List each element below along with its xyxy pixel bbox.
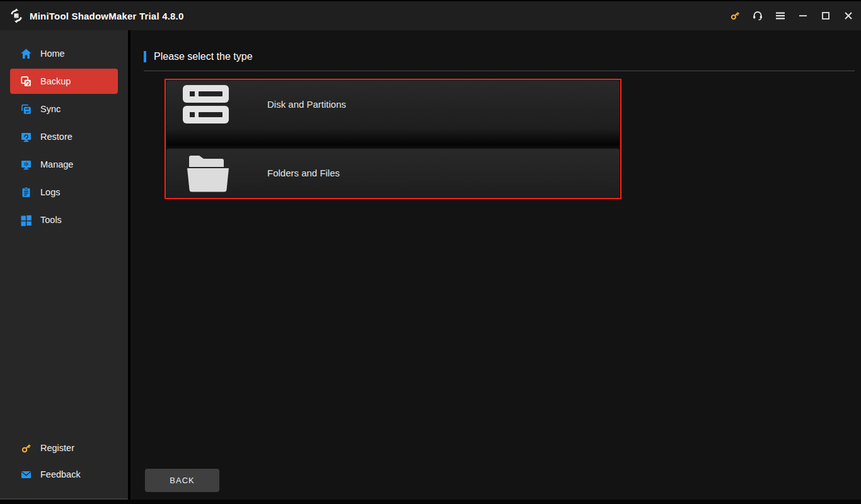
sidebar-item-label: Feedback [40,469,81,479]
sidebar-item-feedback[interactable]: Feedback [10,462,118,487]
sidebar-item-label: Tools [40,215,62,225]
options-divider [166,128,620,149]
backup-icon [20,76,32,88]
option-disk-and-partitions[interactable]: Disk and Partitions [166,81,620,128]
titlebar-controls [726,7,857,25]
home-icon [20,48,32,60]
sidebar-item-label: Home [40,49,65,59]
sidebar-item-tools[interactable]: Tools [10,207,118,232]
heading-accent-bar [144,51,146,62]
sidebar-item-register[interactable]: Register [10,435,118,461]
option-folders-and-files[interactable]: Folders and Files [166,149,620,197]
main-panel: Please select the type Disk and Partitio… [130,30,861,500]
menu-icon[interactable] [771,7,789,25]
page-heading: Please select the type [144,51,855,71]
sidebar-item-home[interactable]: Home [10,41,118,66]
envelope-icon [20,469,32,481]
window-title: MiniTool ShadowMaker Trial 4.8.0 [30,11,184,21]
sidebar-item-manage[interactable]: Manage [10,152,118,177]
license-key-icon[interactable] [726,7,744,25]
key-icon [20,442,32,454]
sidebar-item-logs[interactable]: Logs [10,180,118,205]
sidebar-item-label: Register [40,443,74,453]
minitool-logo-icon [9,8,24,23]
sidebar-item-label: Logs [40,187,60,197]
sidebar-item-label: Restore [40,132,72,142]
option-label: Disk and Partitions [267,99,346,110]
disk-icon [183,85,229,124]
logs-icon [20,186,32,198]
option-label: Folders and Files [267,168,340,178]
window-bottom-edge [0,500,861,504]
minimize-icon[interactable] [794,7,812,25]
folder-icon [183,154,229,193]
close-icon[interactable] [840,7,857,25]
tools-icon [20,214,32,226]
backup-type-options: Disk and Partitions Folders and Files [165,79,621,199]
sidebar-item-label: Sync [40,104,61,114]
sidebar-item-label: Manage [40,159,73,169]
restore-icon [20,131,32,143]
sidebar-item-restore[interactable]: Restore [10,124,118,149]
sidebar: Home Backup Sync [0,30,128,500]
titlebar: MiniTool ShadowMaker Trial 4.8.0 [0,0,861,30]
sidebar-footer: Register Feedback [0,434,128,498]
sidebar-item-backup[interactable]: Backup [10,69,118,94]
support-headset-icon[interactable] [749,7,766,25]
sidebar-item-sync[interactable]: Sync [10,96,118,122]
manage-icon [20,159,32,171]
app-window: MiniTool ShadowMaker Trial 4.8.0 [0,0,861,504]
maximize-icon[interactable] [817,7,835,25]
back-button[interactable]: BACK [145,469,219,492]
sync-icon [20,103,32,115]
sidebar-item-label: Backup [40,76,71,86]
page-title: Please select the type [154,51,253,62]
